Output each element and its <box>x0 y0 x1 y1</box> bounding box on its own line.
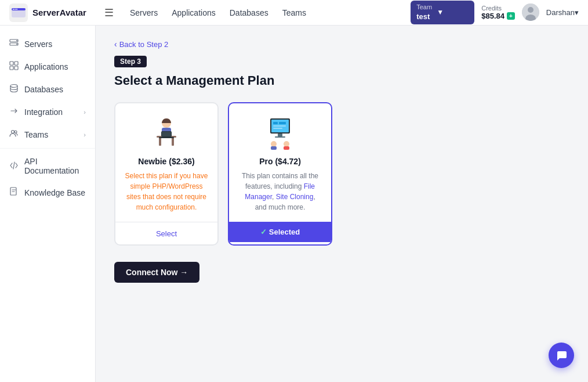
api-docs-icon <box>9 161 19 172</box>
svg-rect-40 <box>273 128 282 129</box>
plan-pro-selected-label: ✓ Selected <box>235 228 325 236</box>
nav-databases[interactable]: Databases <box>230 8 268 17</box>
avatar-image <box>522 3 539 21</box>
main-content: ‹ Back to Step 2 Step 3 Select a Managem… <box>96 26 588 382</box>
plan-pro-desc-part2: , <box>272 193 276 201</box>
svg-rect-39 <box>273 125 286 127</box>
sidebar-teams-label: Teams <box>24 130 48 139</box>
svg-point-4 <box>14 9 16 10</box>
plan-newbie-desc: Select this plan if you have simple PHP/… <box>125 171 208 212</box>
main-nav: Servers Applications Databases Teams <box>130 8 397 17</box>
header: ServerAvatar ☰ Servers Applications Data… <box>0 0 588 26</box>
plan-card-pro[interactable]: Pro ($4.72) This plan contains all the f… <box>228 102 332 246</box>
plan-pro-footer: ✓ Selected <box>229 222 331 242</box>
applications-icon <box>9 61 19 72</box>
sidebar-servers-label: Servers <box>24 39 52 49</box>
plans-container: Newbie ($2.36) Select this plan if you h… <box>114 102 569 246</box>
sidebar-integration-label: Integration <box>24 107 63 117</box>
integration-icon <box>9 106 19 117</box>
team-name: test <box>416 12 432 22</box>
page-title: Select a Management Plan <box>114 73 569 88</box>
logo-icon <box>9 3 28 22</box>
back-link-text: Back to Step 2 <box>119 40 169 49</box>
plan-pro-desc: This plan contains all the features, inc… <box>238 171 322 212</box>
plan-newbie-footer: Select <box>115 222 217 244</box>
back-arrow-icon: ‹ <box>114 39 117 49</box>
sidebar-item-servers[interactable]: Servers <box>0 33 95 55</box>
credits-value: $85.84 + <box>481 12 515 20</box>
pro-illustration <box>260 115 300 150</box>
back-link[interactable]: ‹ Back to Step 2 <box>114 39 569 49</box>
step-badge: Step 3 <box>114 56 147 67</box>
credits-plus-button[interactable]: + <box>507 12 515 20</box>
team-selector-text: Team test <box>416 3 432 23</box>
servers-icon <box>9 38 19 49</box>
svg-point-35 <box>284 141 289 147</box>
sidebar-api-docs-label: API Documentation <box>24 157 86 175</box>
plan-pro-body: Pro ($4.72) This plan contains all the f… <box>229 103 331 222</box>
svg-point-5 <box>16 9 17 10</box>
svg-point-19 <box>14 131 17 133</box>
sidebar-item-applications[interactable]: Applications <box>0 55 95 78</box>
plan-newbie-name: Newbie ($2.36) <box>125 157 208 166</box>
plan-pro-name: Pro ($4.72) <box>238 157 322 166</box>
header-right: Team test ▼ Credits $85.84 + Darshan▾ <box>411 1 579 25</box>
credits-label: Credits <box>481 5 502 12</box>
svg-rect-34 <box>271 146 277 150</box>
user-name[interactable]: Darshan▾ <box>546 8 579 17</box>
svg-rect-38 <box>279 122 286 124</box>
svg-rect-15 <box>10 66 13 70</box>
nav-teams[interactable]: Teams <box>282 8 306 17</box>
svg-point-11 <box>16 40 17 41</box>
svg-rect-14 <box>14 62 18 65</box>
plan-pro-selected-text: Selected <box>269 228 300 236</box>
logo-text: ServerAvatar <box>32 8 86 17</box>
svg-rect-16 <box>14 66 18 70</box>
nav-servers[interactable]: Servers <box>130 8 158 17</box>
plan-card-newbie[interactable]: Newbie ($2.36) Select this plan if you h… <box>114 102 219 246</box>
nav-applications[interactable]: Applications <box>172 8 216 17</box>
team-chevron-icon: ▼ <box>437 8 444 16</box>
plan-newbie-select-button[interactable]: Select <box>156 229 177 238</box>
sidebar-divider <box>0 148 95 149</box>
svg-rect-13 <box>10 62 13 65</box>
integration-arrow-icon: › <box>84 109 86 116</box>
credits-area: Credits $85.84 + <box>481 5 515 20</box>
newbie-illustration <box>146 115 187 150</box>
svg-point-12 <box>16 44 17 45</box>
sidebar-item-databases[interactable]: Databases <box>0 78 95 100</box>
databases-icon <box>9 84 19 95</box>
teams-arrow-icon: › <box>84 131 86 138</box>
plan-newbie-desc-part2: . <box>195 203 197 211</box>
sidebar: Servers Applications Databases Integrati… <box>0 26 96 382</box>
avatar[interactable] <box>522 3 539 21</box>
sidebar-item-api-docs[interactable]: API Documentation <box>0 151 95 181</box>
team-selector[interactable]: Team test ▼ <box>411 1 474 25</box>
svg-point-18 <box>12 131 14 134</box>
connect-now-button[interactable]: Connect Now → <box>114 262 199 283</box>
knowledge-base-icon <box>9 187 19 198</box>
sidebar-applications-label: Applications <box>24 62 68 71</box>
svg-rect-24 <box>159 138 161 146</box>
plan-newbie-body: Newbie ($2.36) Select this plan if you h… <box>115 103 217 222</box>
svg-rect-36 <box>284 146 289 150</box>
logo-area: ServerAvatar <box>9 3 90 22</box>
chat-icon <box>555 349 568 362</box>
credits-amount: $85.84 <box>481 12 504 20</box>
svg-rect-31 <box>278 134 282 136</box>
svg-rect-37 <box>273 122 278 124</box>
sidebar-item-integration[interactable]: Integration › <box>0 100 95 123</box>
plan-pro-desc-link2: Site Cloning <box>276 193 314 201</box>
svg-point-33 <box>271 141 277 147</box>
sidebar-item-teams[interactable]: Teams › <box>0 123 95 146</box>
svg-rect-25 <box>172 138 174 146</box>
teams-icon <box>9 129 19 140</box>
svg-point-3 <box>13 9 14 10</box>
chat-bubble[interactable] <box>549 343 574 368</box>
sidebar-item-knowledge-base[interactable]: Knowledge Base <box>0 181 95 204</box>
hamburger-icon[interactable]: ☰ <box>104 6 114 19</box>
svg-rect-28 <box>159 137 174 138</box>
team-label: Team <box>416 3 432 12</box>
svg-point-17 <box>10 85 17 88</box>
svg-point-7 <box>528 7 533 13</box>
